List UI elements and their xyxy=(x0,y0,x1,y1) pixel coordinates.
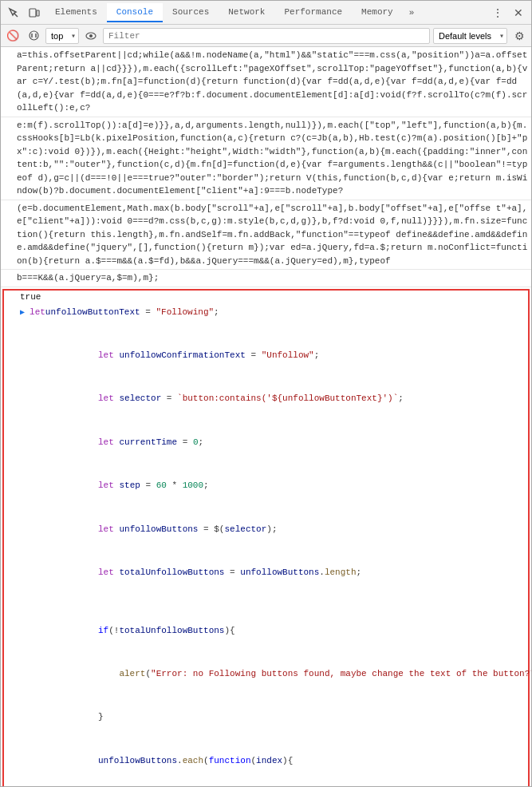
minified-code-4: b===K&&(a.jQuery=a,$=m),m}; xyxy=(1,270,531,287)
more-options-icon[interactable]: ⋮ xyxy=(488,3,507,22)
device-icon[interactable] xyxy=(25,3,44,22)
minified-code-1: a=this.offsetParent||cd;while(a&&!m.node… xyxy=(1,47,531,117)
level-select-input[interactable]: Default levels xyxy=(433,28,507,44)
tab-elements[interactable]: Elements xyxy=(45,3,107,22)
code-line-8: if(!totalUnfollowButtons){ xyxy=(45,608,522,651)
tab-network[interactable]: Network xyxy=(219,3,274,22)
inspect-icon[interactable] xyxy=(4,3,23,22)
code-content: ▶let unfollowButtonText = "Following"; l… xyxy=(4,303,528,787)
code-blank-1 xyxy=(45,594,522,608)
context-select-input[interactable]: top xyxy=(45,28,79,44)
tab-more[interactable]: » xyxy=(403,4,421,22)
eye-icon[interactable] xyxy=(82,27,100,45)
tab-performance[interactable]: Performance xyxy=(274,3,352,22)
code-line-5: let step = 60 * 1000; xyxy=(45,464,522,507)
console-output: a=this.offsetParent||cd;while(a&&!m.node… xyxy=(1,47,531,786)
code-line-2: let unfollowConfirmationText = "Unfollow… xyxy=(45,334,522,377)
settings-icon[interactable]: ⚙ xyxy=(510,27,528,45)
code-line-1: ▶let unfollowButtonText = "Following"; xyxy=(45,305,522,334)
svg-point-7 xyxy=(89,34,93,38)
code-line-3: let selector = `button:contains('${unfol… xyxy=(45,377,522,420)
code-line-7: let totalUnfollowButtons = unfollowButto… xyxy=(45,551,522,594)
tab-memory[interactable]: Memory xyxy=(352,3,403,22)
filter-input[interactable] xyxy=(103,28,430,44)
svg-point-3 xyxy=(30,31,38,40)
devtools-window: Elements Console Sources Network Perform… xyxy=(0,0,532,787)
pause-icon[interactable] xyxy=(25,27,42,45)
true-value-line: true xyxy=(4,291,528,303)
highlighted-code-block: true ▶let unfollowButtonText = "Followin… xyxy=(2,289,530,787)
code-line-12: let button = $(this); xyxy=(45,782,522,786)
filter-bar: 🚫 top Default levels ⚙ xyxy=(1,25,531,47)
code-line-11: unfollowButtons.each(function(index){ xyxy=(45,739,522,782)
minified-code-3: (e=b.documentElement,Math.max(b.body["sc… xyxy=(1,200,531,271)
svg-line-0 xyxy=(14,13,18,17)
close-devtools-icon[interactable]: ✕ xyxy=(509,3,528,22)
code-line-4: let currentTime = 0; xyxy=(45,421,522,464)
level-selector[interactable]: Default levels xyxy=(433,28,507,44)
tab-console[interactable]: Console xyxy=(107,3,163,22)
arrow-indicator: ▶ xyxy=(20,306,25,320)
code-line-6: let unfollowButtons = $(selector); xyxy=(45,507,522,550)
clear-console-icon[interactable]: 🚫 xyxy=(4,27,22,45)
svg-rect-1 xyxy=(30,9,36,17)
top-toolbar: Elements Console Sources Network Perform… xyxy=(1,1,531,25)
svg-rect-2 xyxy=(37,10,39,16)
code-line-9: alert("Error: no Following buttons found… xyxy=(45,652,522,695)
code-line-10: } xyxy=(45,695,522,738)
minified-code-2: e:m(f).scrollTop()):a[d]=e)}},a,d,argume… xyxy=(1,117,531,200)
tab-sources[interactable]: Sources xyxy=(163,3,219,22)
context-selector[interactable]: top xyxy=(45,28,79,44)
